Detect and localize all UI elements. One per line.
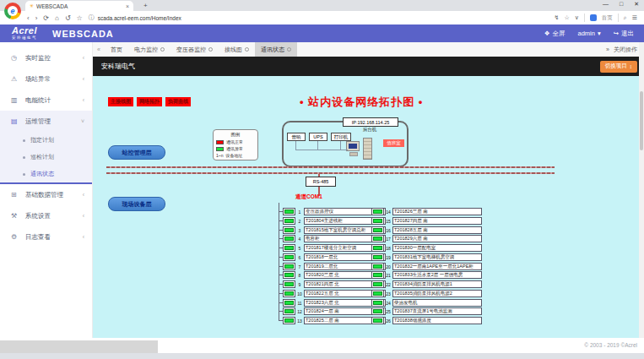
- page-tab-label: 首页: [111, 46, 122, 54]
- device-status-icon: [371, 299, 384, 307]
- tab-close-circle-icon[interactable]: [160, 47, 165, 52]
- device-number: 20: [384, 264, 392, 269]
- user-menu[interactable]: admin ▾: [578, 30, 601, 37]
- sidebar-item-0[interactable]: ◷实时监控‹: [0, 47, 92, 68]
- topology-canvas: 主接线图网络拓扑负荷曲线 • 站内设备网络拓扑图 • 站控管理层 现场设备层 图…: [93, 76, 644, 338]
- back-icon[interactable]: ‹: [27, 14, 30, 22]
- status-green-icon: [284, 255, 294, 259]
- device-row: 23T201835消防泵排风机电源2: [371, 290, 482, 297]
- tab-scroll-left-icon[interactable]: «: [93, 46, 105, 52]
- fullscreen-button[interactable]: ❖ 全屏: [544, 30, 566, 38]
- sidebar-item-3[interactable]: ▤运维管理˅: [0, 111, 92, 132]
- maximize-button[interactable]: □: [620, 1, 623, 8]
- device-row: 25T201837直流屏1号电池监测: [371, 307, 482, 315]
- device-row: 22T201834消防泵排风机电源1: [371, 280, 482, 288]
- sidebar-item-2[interactable]: ▥电能统计‹: [0, 90, 92, 111]
- sidebar-group-3: ▤运维管理˅指定计划巡检计划通讯状态: [0, 111, 92, 184]
- tab-close-circle-icon[interactable]: [287, 47, 291, 52]
- home-icon[interactable]: ⌂: [55, 14, 59, 22]
- device-label: T201829六层 南: [392, 235, 482, 242]
- sidebar-item-4[interactable]: ⊞基础数据管理‹: [0, 184, 92, 205]
- site-info-icon[interactable]: ⓘ: [89, 14, 95, 22]
- close-button[interactable]: ✕: [634, 1, 639, 8]
- favorite-star-icon[interactable]: ☆: [564, 14, 569, 21]
- device-row: 19T201831地下室电梯机房空调: [371, 253, 482, 261]
- caret-down-icon[interactable]: ∨: [575, 14, 579, 21]
- logout-icon: ↪: [614, 30, 619, 37]
- page-tabs: 首页电力监控变压器监控接线图通讯状态: [105, 42, 297, 57]
- page-tab-1[interactable]: 电力监控: [128, 42, 170, 57]
- tab-close-circle-icon[interactable]: [208, 47, 213, 52]
- device-number: 1: [295, 209, 304, 215]
- logout-button[interactable]: ↪ 退出: [614, 30, 634, 38]
- page-tab-2[interactable]: 变压器监控: [170, 42, 219, 57]
- status-bar: [0, 340, 158, 353]
- diagram-button-0[interactable]: 主接线图: [108, 97, 133, 106]
- bookmark-star-icon[interactable]: ☆: [77, 14, 83, 22]
- device-number: 2: [295, 219, 304, 224]
- app-title: WEBSCADA: [52, 29, 114, 39]
- station-device-box: 打印机: [331, 133, 351, 141]
- device-status-icon: [283, 235, 295, 242]
- username: admin: [578, 30, 595, 37]
- channel-com1-label: 通道COM1: [295, 193, 322, 201]
- device-status-icon: [283, 317, 295, 324]
- page-tab-3[interactable]: 接线图: [219, 42, 255, 57]
- new-tab-button[interactable]: +: [143, 2, 148, 9]
- device-status-icon: [283, 271, 295, 279]
- legend-label: 设备地址: [225, 153, 242, 158]
- sidebar-item-6[interactable]: ⚙日志查看‹: [0, 226, 92, 247]
- tab-close-icon[interactable]: ×: [126, 3, 129, 9]
- diagram-button-2[interactable]: 负荷曲线: [165, 97, 191, 106]
- url-field[interactable]: ⓘ scada.acrel-eem.com/Home/Index: [89, 14, 549, 22]
- diagram-button-1[interactable]: 网络拓扑: [137, 97, 162, 106]
- minimize-button[interactable]: —: [603, 1, 609, 8]
- close-operations-dropdown[interactable]: 关闭操作: [614, 46, 637, 54]
- device-number: 13: [295, 318, 304, 324]
- device-label: T201831地下室电梯机房空调: [392, 253, 482, 261]
- sidebar-subitem-3-0[interactable]: 指定计划: [0, 132, 92, 149]
- forward-icon[interactable]: ›: [35, 14, 38, 22]
- acrel-logo: Acrel 安科瑞电气: [12, 26, 37, 41]
- device-number: 3: [295, 228, 304, 233]
- device-row: 10T201822五层 北: [279, 290, 386, 297]
- legend-item-0: 通讯正常: [216, 139, 255, 144]
- sidebar-subitem-3-2[interactable]: 通讯状态: [0, 166, 92, 182]
- bookmark-badge-icon[interactable]: [590, 14, 597, 21]
- search-icon[interactable]: ⌕: [624, 14, 627, 21]
- sidebar-subitem-label: 巡检计划: [30, 153, 54, 161]
- sidebar-group-4: ⊞基础数据管理‹: [0, 184, 92, 205]
- sidebar-item-1[interactable]: ⚠场站异常‹: [0, 68, 92, 90]
- page-tab-0[interactable]: 首页: [105, 42, 128, 57]
- tab-scroll-right-icon[interactable]: »: [606, 46, 609, 52]
- device-status-icon: [283, 290, 295, 297]
- chevron-icon: ‹: [83, 234, 84, 240]
- bookmark-label[interactable]: 首页: [602, 14, 613, 22]
- scrollbar[interactable]: [639, 42, 644, 338]
- refresh-icon[interactable]: ⟳: [43, 14, 49, 22]
- scrollbar-thumb[interactable]: [640, 91, 643, 150]
- history-icon[interactable]: ↺: [65, 14, 71, 22]
- screen: [349, 144, 357, 149]
- sidebar-item-5[interactable]: ⚒系统设置‹: [0, 205, 92, 226]
- status-green-icon: [373, 291, 382, 296]
- browser-tab[interactable]: ✳ WEBSCADA ×: [25, 1, 133, 11]
- chevron-icon: ‹: [83, 97, 84, 103]
- device-number: 18: [384, 246, 392, 251]
- device-number: 11: [295, 301, 304, 306]
- sidebar-item-label: 电能统计: [25, 96, 83, 105]
- switch-project-button[interactable]: 切换项目 ↕: [600, 61, 637, 73]
- host-ip-label: IP:192.168.114.25: [343, 117, 398, 127]
- sidebar-nav: ◷实时监控‹⚠场站异常‹▥电能统计‹▤运维管理˅指定计划巡检计划通讯状态⊞基础数…: [0, 42, 93, 338]
- tab-close-circle-icon[interactable]: [245, 47, 249, 52]
- extension-icon[interactable]: ↯: [555, 14, 560, 21]
- status-green-icon: [373, 237, 382, 241]
- page-tab-4[interactable]: 通讯状态: [255, 42, 297, 57]
- device-number: 16: [384, 228, 392, 233]
- diagram-title: • 站内设备网络拓扑图 •: [300, 95, 423, 110]
- sidebar-group-6: ⚙日志查看‹: [0, 226, 92, 247]
- connector-line: [295, 141, 296, 150]
- sidebar-subitem-3-1[interactable]: 巡检计划: [0, 149, 92, 166]
- device-status-icon: [283, 263, 295, 270]
- menu-icon[interactable]: ☰: [632, 14, 637, 21]
